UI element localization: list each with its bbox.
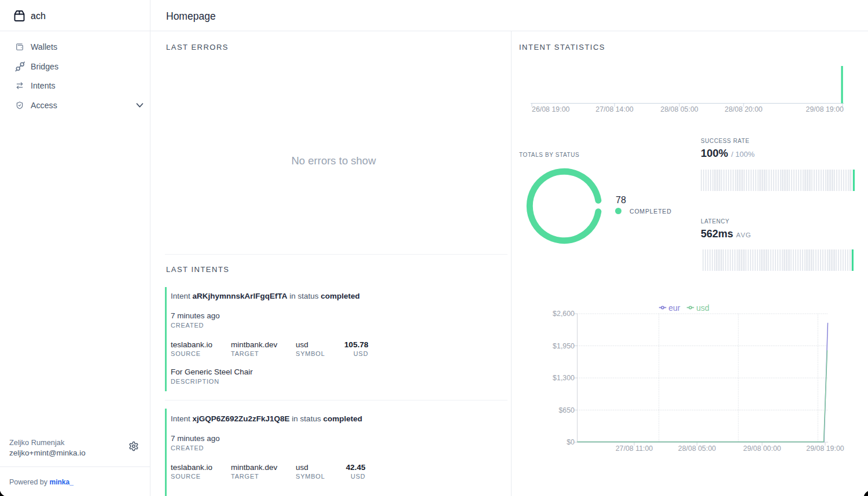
svg-text:$1,950: $1,950 [553,342,575,350]
svg-text:29/08 00:00: 29/08 00:00 [743,444,781,453]
svg-text:28/08 05:00: 28/08 05:00 [678,444,716,453]
svg-text:29/08 19:00: 29/08 19:00 [806,444,844,453]
svg-text:28/08 05:00: 28/08 05:00 [660,105,698,113]
svg-text:eur: eur [668,303,681,313]
svg-text:26/08 19:00: 26/08 19:00 [532,105,570,113]
svg-text:27/08 11:00: 27/08 11:00 [616,444,653,453]
svg-text:27/08 14:00: 27/08 14:00 [595,105,634,113]
svg-text:$0: $0 [567,438,575,446]
svg-text:$650: $650 [558,406,575,414]
svg-text:28/08 20:00: 28/08 20:00 [724,105,763,113]
svg-text:usd: usd [696,303,709,313]
svg-text:$1,300: $1,300 [553,374,575,382]
svg-text:$2,600: $2,600 [553,310,575,318]
svg-text:29/08 19:00: 29/08 19:00 [806,105,844,113]
